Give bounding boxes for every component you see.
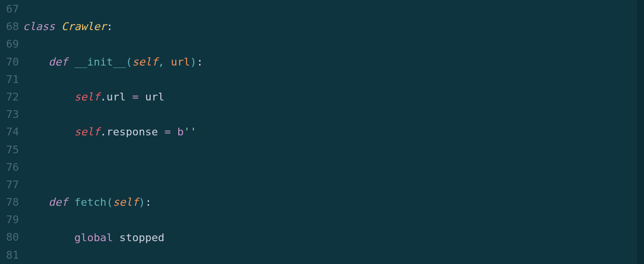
line-number: 67 <box>0 0 19 18</box>
code-line[interactable]: self.response = b'' <box>23 123 644 141</box>
line-number: 78 <box>0 194 19 211</box>
code-line[interactable]: def __init__(self, url): <box>23 53 644 71</box>
line-number: 69 <box>0 35 19 53</box>
vertical-scrollbar[interactable] <box>637 0 644 264</box>
line-number: 79 <box>0 211 19 229</box>
line-number: 68 <box>0 18 19 35</box>
code-line[interactable]: def fetch(self): <box>23 194 644 211</box>
line-number: 71 <box>0 71 19 88</box>
code-line[interactable] <box>23 159 644 176</box>
code-area[interactable]: class Crawler: def __init__(self, url): … <box>23 0 644 264</box>
code-line[interactable]: global stopped <box>23 229 644 247</box>
line-number-gutter: 67 68 69 70 71 72 73 74 75 76 77 78 79 8… <box>0 0 23 264</box>
line-number: 73 <box>0 106 19 123</box>
line-number: 74 <box>0 123 19 141</box>
line-number: 72 <box>0 88 19 106</box>
code-editor: 67 68 69 70 71 72 73 74 75 76 77 78 79 8… <box>0 0 644 264</box>
line-number: 81 <box>0 247 19 264</box>
line-number: 75 <box>0 141 19 159</box>
line-number: 80 <box>0 229 19 246</box>
line-number: 76 <box>0 159 19 176</box>
line-number: 77 <box>0 176 19 194</box>
line-number: 70 <box>0 53 19 71</box>
code-line[interactable]: self.url = url <box>23 88 644 106</box>
code-line[interactable]: class Crawler: <box>23 18 644 35</box>
